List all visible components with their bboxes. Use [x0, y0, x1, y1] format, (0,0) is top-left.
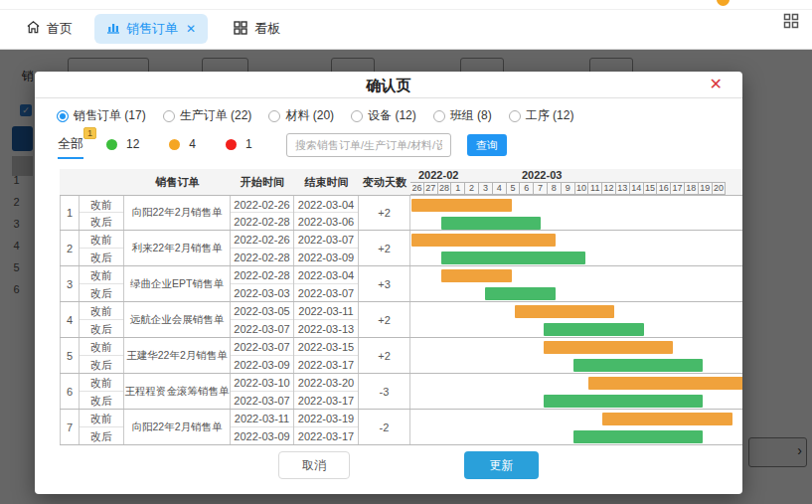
end-date-after: 2022-03-09 [294, 249, 358, 265]
order-name: 王建华22年2月销售单 [124, 338, 231, 373]
radio-label: 生产订单 (22) [180, 107, 252, 124]
status-filter-green[interactable]: 12 [106, 137, 139, 151]
start-date-before: 2022-03-07 [231, 338, 293, 356]
tab-sales-orders-active[interactable]: 销售订单 ✕ [94, 14, 208, 44]
bar-chart-icon [106, 21, 120, 37]
delta-days: -2 [359, 410, 410, 444]
table-row: 5改前改后王建华22年2月销售单2022-03-072022-03-092022… [60, 338, 742, 374]
radio-option-3[interactable]: 材料 (20) [268, 107, 334, 124]
day-cell: 14 [629, 182, 644, 195]
radio-label: 设备 (12) [368, 107, 416, 124]
radio-label: 班组 (8) [450, 107, 492, 124]
start-date-before: 2022-03-10 [231, 374, 293, 392]
gantt-bar-after [573, 430, 703, 443]
radio-option-6[interactable]: 工序 (12) [509, 107, 574, 124]
update-button[interactable]: 更新 [464, 451, 539, 479]
table-row: 2改前改后利来22年2月销售单2022-02-262022-02-282022-… [60, 231, 742, 266]
after-label: 改后 [80, 320, 123, 337]
before-label: 改前 [80, 374, 123, 392]
table-row: 7改前改后向阳22年2月销售单2022-03-112022-03-092022-… [60, 410, 742, 445]
apps-grid-icon[interactable] [783, 13, 799, 33]
after-label: 改后 [80, 427, 123, 444]
change-labels: 改前改后 [80, 338, 124, 373]
radio-option-1[interactable]: 销售订单 (17) [57, 107, 146, 124]
start-times: 2022-02-262022-02-28 [231, 196, 294, 230]
start-date-before: 2022-03-05 [231, 302, 293, 320]
end-date-before: 2022-03-04 [294, 196, 358, 213]
day-cell: 16 [656, 182, 671, 195]
tab-home[interactable]: 首页 [26, 20, 73, 38]
start-times: 2022-03-052022-03-07 [231, 302, 294, 337]
after-label: 改后 [80, 213, 123, 230]
status-filter-orange[interactable]: 4 [169, 137, 196, 151]
gantt-cell [410, 196, 742, 230]
change-labels: 改前改后 [80, 266, 124, 301]
gantt-bar-after [544, 323, 644, 336]
after-label: 改后 [80, 249, 123, 265]
day-cell: 7 [533, 182, 548, 195]
gantt-header: 2022-02 2022-03 262728123456789101112131… [410, 169, 742, 195]
home-icon [26, 20, 41, 38]
cancel-button[interactable]: 取消 [278, 451, 350, 479]
month-label-mar: 2022-03 [522, 169, 562, 182]
gantt-cell [410, 374, 742, 409]
after-label: 改后 [80, 392, 123, 409]
header-order: 销售订单 [124, 169, 231, 195]
end-date-after: 2022-03-07 [294, 284, 358, 301]
close-icon[interactable]: ✕ [710, 75, 723, 93]
day-cell: 18 [684, 182, 699, 195]
table-row: 4改前改后远航企业会展销售单2022-03-052022-03-072022-0… [60, 302, 742, 338]
status-count: 12 [126, 137, 139, 151]
radio-option-4[interactable]: 设备 (12) [351, 107, 416, 124]
day-cell: 3 [478, 182, 493, 195]
start-times: 2022-03-112022-03-09 [231, 410, 294, 444]
radio-option-5[interactable]: 班组 (8) [433, 107, 492, 124]
day-cell: 27 [423, 182, 438, 195]
start-date-after: 2022-03-07 [231, 320, 293, 337]
header-end: 结束时间 [294, 169, 359, 195]
day-cell: 2 [464, 182, 479, 195]
delta-days: +2 [359, 338, 410, 373]
start-date-before: 2022-02-26 [231, 231, 293, 249]
change-labels: 改前改后 [80, 302, 124, 337]
before-label: 改前 [80, 338, 123, 356]
before-label: 改前 [80, 410, 123, 427]
end-date-before: 2022-03-20 [294, 374, 358, 392]
tab-close-icon[interactable]: ✕ [186, 22, 196, 36]
filter-all-label: 全部 [58, 135, 83, 159]
before-label: 改前 [80, 196, 123, 213]
confirm-dialog: 确认页 ✕ 销售订单 (17)生产订单 (22)材料 (20)设备 (12)班组… [35, 72, 742, 494]
radio-icon [351, 110, 363, 122]
status-filters: 1241 [106, 137, 252, 151]
avatar[interactable] [717, 0, 730, 6]
search-button[interactable]: 查询 [467, 134, 507, 156]
gantt-bar-after [441, 217, 542, 230]
day-cell: 28 [437, 182, 452, 195]
status-filter-red[interactable]: 1 [226, 137, 252, 151]
gantt-bar-after [544, 395, 703, 408]
end-date-before: 2022-03-07 [294, 231, 358, 249]
gantt-bar-after [485, 287, 556, 300]
end-times: 2022-03-042022-03-06 [294, 196, 359, 230]
gantt-cell [410, 338, 742, 373]
start-times: 2022-03-072022-03-09 [231, 338, 294, 373]
tab-kanban[interactable]: 看板 [234, 20, 280, 38]
dialog-header: 确认页 ✕ [35, 72, 742, 98]
day-cell: 1 [450, 182, 465, 195]
delta-days: +2 [359, 302, 410, 337]
gantt-bar-after [441, 252, 585, 264]
filter-all[interactable]: 全部 1 [58, 135, 83, 159]
search-input[interactable] [286, 133, 451, 157]
table-header: 销售订单 开始时间 结束时间 变动天数 2022-02 2022-03 2627… [60, 169, 742, 195]
order-name: 向阳22年2月销售单 [124, 410, 231, 444]
day-cell: 19 [698, 182, 713, 195]
day-scale: 2627281234567891011121314151617181920 [410, 182, 726, 195]
start-date-after: 2022-03-09 [231, 356, 293, 373]
end-date-before: 2022-03-11 [294, 302, 358, 320]
end-date-after: 2022-03-17 [294, 392, 358, 409]
day-cell: 20 [712, 182, 727, 195]
radio-option-2[interactable]: 生产订单 (22) [163, 107, 252, 124]
orders-gantt-table: 销售订单 开始时间 结束时间 变动天数 2022-02 2022-03 2627… [60, 169, 742, 445]
gantt-cell [410, 266, 742, 301]
change-labels: 改前改后 [80, 374, 124, 409]
